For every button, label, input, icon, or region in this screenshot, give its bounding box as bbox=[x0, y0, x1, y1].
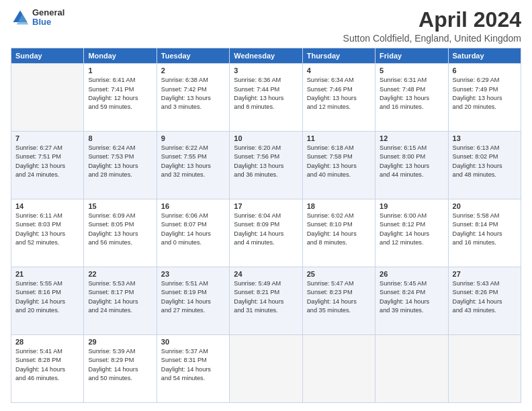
day-number: 21 bbox=[15, 270, 79, 278]
calendar-table: Sunday Monday Tuesday Wednesday Thursday… bbox=[11, 48, 521, 403]
day-info: Sunrise: 5:55 AMSunset: 8:16 PMDaylight:… bbox=[15, 279, 79, 315]
title-block: April 2024 Sutton Coldfield, England, Un… bbox=[343, 8, 521, 44]
day-info: Sunrise: 5:49 AMSunset: 8:21 PMDaylight:… bbox=[234, 279, 298, 315]
day-number: 2 bbox=[161, 66, 225, 75]
calendar-cell bbox=[375, 335, 448, 403]
logo-text: General Blue bbox=[32, 8, 64, 28]
day-info: Sunrise: 6:00 AMSunset: 8:12 PMDaylight:… bbox=[380, 212, 443, 247]
day-number: 20 bbox=[453, 202, 517, 210]
subtitle: Sutton Coldfield, England, United Kingdo… bbox=[343, 33, 521, 44]
day-number: 9 bbox=[161, 134, 225, 142]
col-saturday: Saturday bbox=[448, 48, 521, 64]
day-number: 28 bbox=[15, 338, 79, 346]
calendar-cell: 14Sunrise: 6:11 AMSunset: 8:03 PMDayligh… bbox=[11, 199, 84, 267]
day-number: 16 bbox=[161, 202, 225, 210]
day-info: Sunrise: 6:06 AMSunset: 8:07 PMDaylight:… bbox=[161, 212, 225, 247]
day-number: 30 bbox=[161, 338, 225, 346]
page: General Blue April 2024 Sutton Coldfield… bbox=[0, 0, 532, 411]
day-info: Sunrise: 5:37 AMSunset: 8:31 PMDaylight:… bbox=[161, 347, 225, 383]
header-row: Sunday Monday Tuesday Wednesday Thursday… bbox=[11, 48, 521, 64]
calendar-cell: 5Sunrise: 6:31 AMSunset: 7:48 PMDaylight… bbox=[375, 64, 448, 132]
day-info: Sunrise: 6:11 AMSunset: 8:03 PMDaylight:… bbox=[15, 212, 79, 247]
day-info: Sunrise: 6:13 AMSunset: 8:02 PMDaylight:… bbox=[453, 144, 517, 179]
calendar-week-row: 1Sunrise: 6:41 AMSunset: 7:41 PMDaylight… bbox=[11, 64, 521, 132]
day-number: 6 bbox=[453, 66, 517, 75]
main-title: April 2024 bbox=[343, 8, 521, 32]
day-number: 3 bbox=[234, 66, 298, 75]
day-info: Sunrise: 6:36 AMSunset: 7:44 PMDaylight:… bbox=[234, 76, 298, 111]
calendar-cell: 11Sunrise: 6:18 AMSunset: 7:58 PMDayligh… bbox=[302, 132, 375, 199]
day-number: 24 bbox=[234, 270, 298, 278]
day-info: Sunrise: 6:18 AMSunset: 7:58 PMDaylight:… bbox=[307, 144, 371, 179]
day-info: Sunrise: 5:41 AMSunset: 8:28 PMDaylight:… bbox=[15, 347, 79, 383]
day-info: Sunrise: 6:38 AMSunset: 7:42 PMDaylight:… bbox=[161, 76, 225, 111]
calendar-cell: 29Sunrise: 5:39 AMSunset: 8:29 PMDayligh… bbox=[84, 335, 157, 403]
day-info: Sunrise: 6:31 AMSunset: 7:48 PMDaylight:… bbox=[380, 76, 443, 111]
calendar-cell: 9Sunrise: 6:22 AMSunset: 7:55 PMDaylight… bbox=[157, 132, 229, 199]
calendar-cell: 23Sunrise: 5:51 AMSunset: 8:19 PMDayligh… bbox=[157, 267, 229, 335]
calendar-cell: 19Sunrise: 6:00 AMSunset: 8:12 PMDayligh… bbox=[375, 199, 448, 267]
calendar-cell: 24Sunrise: 5:49 AMSunset: 8:21 PMDayligh… bbox=[230, 267, 302, 335]
calendar-cell: 26Sunrise: 5:45 AMSunset: 8:24 PMDayligh… bbox=[375, 267, 448, 335]
day-number: 13 bbox=[453, 134, 517, 142]
day-number: 15 bbox=[88, 202, 152, 210]
day-number: 8 bbox=[88, 134, 152, 142]
day-number: 27 bbox=[453, 270, 517, 278]
day-info: Sunrise: 6:24 AMSunset: 7:53 PMDaylight:… bbox=[88, 144, 152, 179]
day-info: Sunrise: 5:53 AMSunset: 8:17 PMDaylight:… bbox=[88, 279, 152, 315]
calendar-week-row: 28Sunrise: 5:41 AMSunset: 8:28 PMDayligh… bbox=[11, 335, 521, 403]
calendar-cell: 2Sunrise: 6:38 AMSunset: 7:42 PMDaylight… bbox=[157, 64, 229, 132]
day-info: Sunrise: 5:47 AMSunset: 8:23 PMDaylight:… bbox=[307, 279, 371, 315]
calendar-cell bbox=[230, 335, 302, 403]
calendar-cell: 3Sunrise: 6:36 AMSunset: 7:44 PMDaylight… bbox=[230, 64, 302, 132]
day-info: Sunrise: 5:51 AMSunset: 8:19 PMDaylight:… bbox=[161, 279, 225, 315]
logo-blue: Blue bbox=[32, 17, 64, 27]
day-number: 10 bbox=[234, 134, 298, 142]
calendar-cell: 10Sunrise: 6:20 AMSunset: 7:56 PMDayligh… bbox=[230, 132, 302, 199]
day-number: 25 bbox=[307, 270, 371, 278]
day-number: 23 bbox=[161, 270, 225, 278]
calendar-header: Sunday Monday Tuesday Wednesday Thursday… bbox=[11, 48, 521, 64]
day-info: Sunrise: 6:09 AMSunset: 8:05 PMDaylight:… bbox=[88, 212, 152, 247]
logo-general: General bbox=[32, 8, 64, 17]
day-info: Sunrise: 6:27 AMSunset: 7:51 PMDaylight:… bbox=[15, 144, 79, 179]
calendar-cell: 18Sunrise: 6:02 AMSunset: 8:10 PMDayligh… bbox=[302, 199, 375, 267]
calendar-cell: 7Sunrise: 6:27 AMSunset: 7:51 PMDaylight… bbox=[11, 132, 84, 199]
calendar-cell: 8Sunrise: 6:24 AMSunset: 7:53 PMDaylight… bbox=[84, 132, 157, 199]
day-info: Sunrise: 5:39 AMSunset: 8:29 PMDaylight:… bbox=[88, 347, 152, 383]
calendar-week-row: 21Sunrise: 5:55 AMSunset: 8:16 PMDayligh… bbox=[11, 267, 521, 335]
calendar-cell bbox=[448, 335, 521, 403]
day-number: 11 bbox=[307, 134, 371, 142]
col-sunday: Sunday bbox=[11, 48, 84, 64]
calendar-cell: 13Sunrise: 6:13 AMSunset: 8:02 PMDayligh… bbox=[448, 132, 521, 199]
day-info: Sunrise: 5:45 AMSunset: 8:24 PMDaylight:… bbox=[380, 279, 443, 315]
day-info: Sunrise: 6:41 AMSunset: 7:41 PMDaylight:… bbox=[88, 76, 152, 111]
day-info: Sunrise: 6:04 AMSunset: 8:09 PMDaylight:… bbox=[234, 212, 298, 247]
day-number: 1 bbox=[88, 66, 152, 75]
calendar-cell: 25Sunrise: 5:47 AMSunset: 8:23 PMDayligh… bbox=[302, 267, 375, 335]
col-tuesday: Tuesday bbox=[157, 48, 229, 64]
calendar-cell: 6Sunrise: 6:29 AMSunset: 7:49 PMDaylight… bbox=[448, 64, 521, 132]
calendar-cell: 21Sunrise: 5:55 AMSunset: 8:16 PMDayligh… bbox=[11, 267, 84, 335]
calendar-cell bbox=[302, 335, 375, 403]
day-info: Sunrise: 6:29 AMSunset: 7:49 PMDaylight:… bbox=[453, 76, 517, 111]
day-number: 5 bbox=[380, 66, 443, 75]
day-number: 18 bbox=[307, 202, 371, 210]
calendar-cell: 28Sunrise: 5:41 AMSunset: 8:28 PMDayligh… bbox=[11, 335, 84, 403]
col-monday: Monday bbox=[84, 48, 157, 64]
day-number: 4 bbox=[307, 66, 371, 75]
calendar-week-row: 14Sunrise: 6:11 AMSunset: 8:03 PMDayligh… bbox=[11, 199, 521, 267]
day-number: 26 bbox=[380, 270, 443, 278]
day-number: 17 bbox=[234, 202, 298, 210]
calendar-body: 1Sunrise: 6:41 AMSunset: 7:41 PMDaylight… bbox=[11, 64, 521, 403]
col-thursday: Thursday bbox=[302, 48, 375, 64]
calendar-cell: 4Sunrise: 6:34 AMSunset: 7:46 PMDaylight… bbox=[302, 64, 375, 132]
calendar-cell: 15Sunrise: 6:09 AMSunset: 8:05 PMDayligh… bbox=[84, 199, 157, 267]
day-info: Sunrise: 5:43 AMSunset: 8:26 PMDaylight:… bbox=[453, 279, 517, 315]
logo: General Blue bbox=[11, 8, 64, 28]
day-number: 7 bbox=[15, 134, 79, 142]
calendar-cell: 16Sunrise: 6:06 AMSunset: 8:07 PMDayligh… bbox=[157, 199, 229, 267]
header: General Blue April 2024 Sutton Coldfield… bbox=[11, 8, 521, 44]
day-info: Sunrise: 5:58 AMSunset: 8:14 PMDaylight:… bbox=[453, 212, 517, 247]
calendar-week-row: 7Sunrise: 6:27 AMSunset: 7:51 PMDaylight… bbox=[11, 132, 521, 199]
